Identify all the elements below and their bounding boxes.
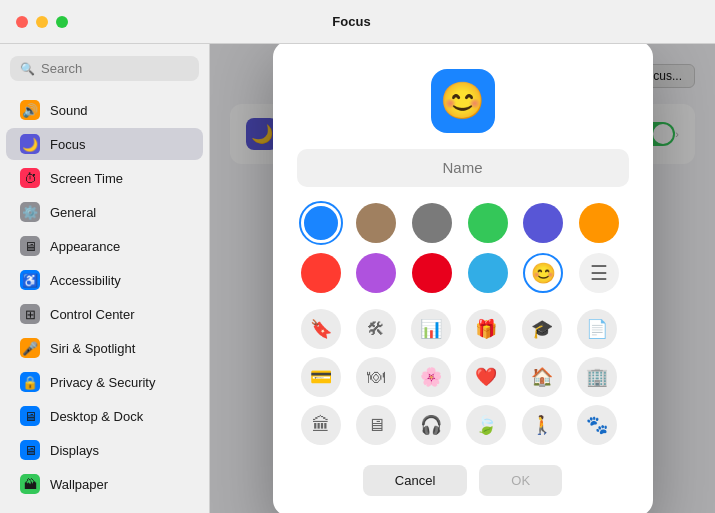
sidebar-item-wallpaper[interactable]: 🏔 Wallpaper [6, 468, 203, 500]
icon-swatch-home[interactable]: 🏠 [522, 357, 562, 397]
sidebar-item-screen-time[interactable]: ⏱ Screen Time [6, 162, 203, 194]
content-area: 🔍 🔊 Sound 🌙 Focus ⏱ Screen Time ⚙️ Gener… [0, 44, 715, 513]
desktop-dock-icon: 🖥 [20, 406, 40, 426]
sidebar-item-label: General [50, 205, 96, 220]
sidebar-item-label: Siri & Spotlight [50, 341, 135, 356]
sidebar-item-appearance[interactable]: 🖥 Appearance [6, 230, 203, 262]
search-input[interactable] [41, 61, 189, 76]
title-bar: Focus [0, 0, 715, 44]
color-swatch-indigo[interactable] [523, 203, 563, 243]
sidebar-item-desktop-dock[interactable]: 🖥 Desktop & Dock [6, 400, 203, 432]
sidebar-item-label: Focus [50, 137, 85, 152]
maximize-button[interactable] [56, 16, 68, 28]
color-swatch-gray[interactable] [412, 203, 452, 243]
icon-swatch-screen[interactable]: 🖥 [356, 405, 396, 445]
window-controls [16, 16, 68, 28]
icon-swatch-person[interactable]: 🚶 [522, 405, 562, 445]
color-swatch-teal[interactable] [468, 253, 508, 293]
sidebar-item-label: Privacy & Security [50, 375, 155, 390]
color-swatch-crimson[interactable] [412, 253, 452, 293]
search-icon: 🔍 [20, 62, 35, 76]
sound-icon: 🔊 [20, 100, 40, 120]
color-grid: 😊 ☰ [297, 203, 629, 293]
sidebar-item-privacy-security[interactable]: 🔒 Privacy & Security [6, 366, 203, 398]
icon-swatch-gift[interactable]: 🎁 [466, 309, 506, 349]
ok-button[interactable]: OK [479, 465, 562, 496]
color-swatch-red[interactable] [301, 253, 341, 293]
icon-grid: 🔖 🛠 📊 🎁 🎓 📄 💳 🍽 🌸 ❤️ 🏠 🏢 🏛 🖥 [297, 309, 629, 445]
focus-icon: 🌙 [20, 134, 40, 154]
close-button[interactable] [16, 16, 28, 28]
icon-swatch-headphones[interactable]: 🎧 [411, 405, 451, 445]
screen-time-icon: ⏱ [20, 168, 40, 188]
color-swatch-emoji[interactable]: 😊 [523, 253, 563, 293]
icon-swatch-food[interactable]: 🍽 [356, 357, 396, 397]
color-swatch-purple[interactable] [356, 253, 396, 293]
sidebar-item-sound[interactable]: 🔊 Sound [6, 94, 203, 126]
appearance-icon: 🖥 [20, 236, 40, 256]
name-input[interactable] [313, 159, 613, 176]
modal-buttons: Cancel OK [297, 461, 629, 496]
sidebar-item-label: Control Center [50, 307, 135, 322]
sidebar-item-label: Desktop & Dock [50, 409, 143, 424]
sidebar-item-siri-spotlight[interactable]: 🎤 Siri & Spotlight [6, 332, 203, 364]
displays-icon: 🖥 [20, 440, 40, 460]
privacy-icon: 🔒 [20, 372, 40, 392]
icon-swatch-health[interactable]: ❤️ [466, 357, 506, 397]
icon-swatch-bank[interactable]: 🏛 [301, 405, 341, 445]
name-input-container[interactable] [297, 149, 629, 187]
icon-swatch-leaf[interactable]: 🍃 [466, 405, 506, 445]
sidebar-item-focus[interactable]: 🌙 Focus [6, 128, 203, 160]
sidebar-item-displays[interactable]: 🖥 Displays [6, 434, 203, 466]
control-center-icon: ⊞ [20, 304, 40, 324]
window-title: Focus [84, 14, 619, 29]
wallpaper-icon: 🏔 [20, 474, 40, 494]
main-panel: Add Focus... 🌙 Focus On › 😊 [210, 44, 715, 513]
modal-app-icon: 😊 [431, 69, 495, 133]
accessibility-icon: ♿ [20, 270, 40, 290]
sidebar-item-accessibility[interactable]: ♿ Accessibility [6, 264, 203, 296]
color-swatch-list[interactable]: ☰ [579, 253, 619, 293]
sidebar-item-general[interactable]: ⚙️ General [6, 196, 203, 228]
color-swatch-brown[interactable] [356, 203, 396, 243]
sidebar-item-control-center[interactable]: ⊞ Control Center [6, 298, 203, 330]
minimize-button[interactable] [36, 16, 48, 28]
modal-dialog: 😊 [273, 44, 653, 513]
sidebar-item-label: Displays [50, 443, 99, 458]
icon-swatch-doc[interactable]: 📄 [577, 309, 617, 349]
color-swatch-blue[interactable] [301, 203, 341, 243]
icon-swatch-chart[interactable]: 📊 [411, 309, 451, 349]
main-window: Focus 🔍 🔊 Sound 🌙 Focus ⏱ Screen Time ⚙️ [0, 0, 715, 513]
color-swatch-orange[interactable] [579, 203, 619, 243]
siri-icon: 🎤 [20, 338, 40, 358]
search-bar[interactable]: 🔍 [10, 56, 199, 81]
modal-overlay: 😊 [210, 44, 715, 513]
icon-swatch-building[interactable]: 🏢 [577, 357, 617, 397]
general-icon: ⚙️ [20, 202, 40, 222]
sidebar-item-label: Sound [50, 103, 88, 118]
sidebar-item-label: Appearance [50, 239, 120, 254]
icon-swatch-bookmark[interactable]: 🔖 [301, 309, 341, 349]
color-swatch-green[interactable] [468, 203, 508, 243]
icon-swatch-flower[interactable]: 🌸 [411, 357, 451, 397]
icon-swatch-tool[interactable]: 🛠 [356, 309, 396, 349]
icon-swatch-card[interactable]: 💳 [301, 357, 341, 397]
icon-swatch-paw[interactable]: 🐾 [577, 405, 617, 445]
icon-swatch-graduation[interactable]: 🎓 [522, 309, 562, 349]
sidebar-item-label: Wallpaper [50, 477, 108, 492]
sidebar-item-label: Screen Time [50, 171, 123, 186]
modal-icon-emoji: 😊 [440, 80, 485, 122]
cancel-button[interactable]: Cancel [363, 465, 467, 496]
sidebar: 🔍 🔊 Sound 🌙 Focus ⏱ Screen Time ⚙️ Gener… [0, 44, 210, 513]
sidebar-item-label: Accessibility [50, 273, 121, 288]
